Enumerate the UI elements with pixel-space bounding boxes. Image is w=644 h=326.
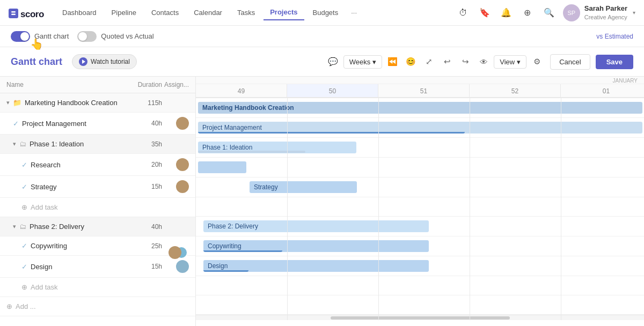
nav-more[interactable]: ···	[347, 5, 361, 20]
expand-icon[interactable]: ▾	[6, 99, 10, 106]
settings-icon[interactable]: ⚙	[529, 54, 545, 70]
expand-icon[interactable]: ▾	[13, 223, 16, 230]
add-task-label[interactable]: ⊕ Add task	[21, 203, 130, 211]
chevron-down-icon: ▾	[633, 10, 635, 16]
folder-icon: 🗂	[19, 140, 26, 148]
view-label: View	[500, 58, 515, 66]
toggle2-thumb	[78, 32, 87, 41]
redo-icon[interactable]: ↪	[457, 54, 473, 70]
bar-marketing[interactable]: Marketing Handbook Creation	[198, 102, 642, 114]
quoted-vs-actual-label: Quoted vs Actual	[101, 32, 153, 40]
plus-icon[interactable]: ⊕	[520, 5, 535, 20]
nav-projects[interactable]: Projects	[264, 5, 304, 20]
scrollbar-thumb[interactable]	[331, 316, 510, 320]
user-info: Sarah Parker Creative Agency	[584, 4, 627, 21]
toolbar-icons: 💬 Weeks ▾ ⏪ 😊 ⤢ ↩ ↪ 👁 View ▾ ⚙	[325, 54, 545, 70]
logo[interactable]: scoro	[9, 6, 47, 19]
nav-budgets[interactable]: Budgets	[306, 5, 345, 20]
chart-row	[196, 158, 644, 177]
task-duration: 25h	[130, 242, 162, 250]
task-name: ✓ Strategy	[21, 183, 130, 191]
comment-icon[interactable]: 💬	[325, 54, 341, 70]
svg-rect-1	[11, 11, 16, 13]
weeks-selector[interactable]: Weeks ▾	[343, 55, 383, 69]
plus-icon: ⊕	[21, 283, 27, 291]
nav-tasks[interactable]: Tasks	[231, 5, 261, 20]
nav-dashboard[interactable]: Dashboard	[56, 5, 103, 20]
add-task-label[interactable]: ⊕ Add task	[21, 283, 130, 291]
bar-copywriting[interactable]: Copywriting	[203, 240, 429, 252]
gantt-toggle[interactable]	[11, 31, 30, 42]
expand-icon[interactable]: ▾	[13, 140, 16, 147]
bar-design[interactable]: Design	[203, 260, 429, 272]
search-icon[interactable]: 🔍	[541, 5, 557, 20]
watch-tutorial-label: Watch tutorial	[91, 58, 130, 65]
task-name: ✓ Project Management	[13, 120, 130, 128]
bar-research[interactable]	[198, 161, 246, 173]
chart-row	[196, 197, 644, 217]
bookmark-icon[interactable]: 🔖	[477, 5, 492, 20]
table-row: ✓ Design 15h	[0, 256, 195, 278]
bar-strategy[interactable]: Strategy	[250, 181, 357, 193]
nav-pipeline[interactable]: Pipeline	[105, 5, 143, 20]
weeks-label: Weeks	[349, 58, 371, 66]
timer-icon[interactable]: ⏱	[456, 5, 471, 20]
chart-row: Strategy	[196, 177, 644, 197]
nav-contacts[interactable]: Contacts	[145, 5, 185, 20]
task-header: Name Duration Assign...	[0, 77, 195, 93]
undo2-icon[interactable]: ⏪	[384, 54, 400, 70]
nav-calendar[interactable]: Calendar	[187, 5, 229, 20]
eye-icon[interactable]: 👁	[475, 54, 492, 70]
quoted-vs-actual-toggle[interactable]: Quoted vs Actual	[77, 31, 153, 42]
task-duration: 35h	[130, 140, 162, 148]
week-50: 50	[287, 84, 378, 97]
vs-estimated[interactable]: vs Estimated	[596, 33, 633, 40]
task-assign	[162, 260, 189, 273]
table-row: ✓ Project Management 40h	[0, 113, 195, 135]
emoji-icon[interactable]: 😊	[402, 54, 419, 70]
table-row: ✓ Strategy 15h	[0, 176, 195, 198]
table-row: ✓ Copywriting 25h	[0, 236, 195, 256]
add-task-text: Add task	[31, 203, 58, 211]
expand-icon[interactable]: ⤢	[421, 54, 437, 70]
bell-icon[interactable]: 🔔	[499, 5, 514, 20]
top-navigation: scoro Dashboard Pipeline Contacts Calend…	[0, 0, 644, 26]
chart-row: Project Management	[196, 118, 644, 138]
col-name: Name	[6, 81, 130, 88]
bar-phase2[interactable]: Phase 2: Delivery	[203, 220, 429, 232]
task-assign	[162, 117, 189, 130]
undo-icon[interactable]: ↩	[439, 54, 455, 70]
col-assign: Assign...	[162, 81, 189, 88]
check-icon: ✓	[21, 161, 27, 169]
gantt-toolbar: Gantt chart Watch tutorial 💬 Weeks ▾ ⏪ 😊…	[0, 47, 644, 77]
add-task-row[interactable]: ⊕ Add task	[0, 278, 195, 297]
svg-text:scoro: scoro	[20, 9, 44, 19]
week-52: 52	[470, 84, 561, 97]
task-duration: 40h	[130, 223, 162, 231]
chart-row: Phase 1: Ideation	[196, 138, 644, 158]
scrollbar[interactable]	[196, 315, 644, 320]
cancel-button[interactable]: Cancel	[550, 54, 590, 70]
bar-project-mgmt[interactable]: Project Management	[198, 122, 642, 134]
gantt-title: Gantt chart	[11, 56, 62, 68]
chart-row	[196, 295, 644, 315]
weeks-row: 49 50 51 52 01	[196, 84, 644, 98]
gantt-chart-toggle[interactable]: Gantt chart	[11, 31, 69, 42]
add-task-row[interactable]: ⊕ Add task	[0, 198, 195, 217]
task-duration: 115h	[130, 99, 162, 107]
add-group-row[interactable]: ⊕ Add ...	[0, 297, 195, 316]
task-panel: Name Duration Assign... ▾ 📁 Marketing Ha…	[0, 77, 196, 326]
save-button[interactable]: Save	[596, 55, 633, 69]
table-row: ✓ Research 20h	[0, 154, 195, 176]
col-duration: Duration	[130, 81, 162, 88]
watch-tutorial-button[interactable]: Watch tutorial	[72, 54, 137, 69]
user-menu[interactable]: SP Sarah Parker Creative Agency ▾	[563, 4, 635, 21]
view-button[interactable]: View ▾	[494, 55, 526, 69]
quoted-toggle[interactable]	[77, 31, 97, 42]
week-49: 49	[196, 84, 287, 97]
avatar	[176, 260, 189, 273]
sub-header: Gantt chart Quoted vs Actual vs Estimate…	[0, 26, 644, 47]
task-name: ✓ Copywriting	[21, 242, 130, 250]
table-row: ▾ 🗂 Phase 1: Ideation 35h	[0, 135, 195, 154]
add-group-label[interactable]: ⊕ Add ...	[6, 302, 130, 310]
